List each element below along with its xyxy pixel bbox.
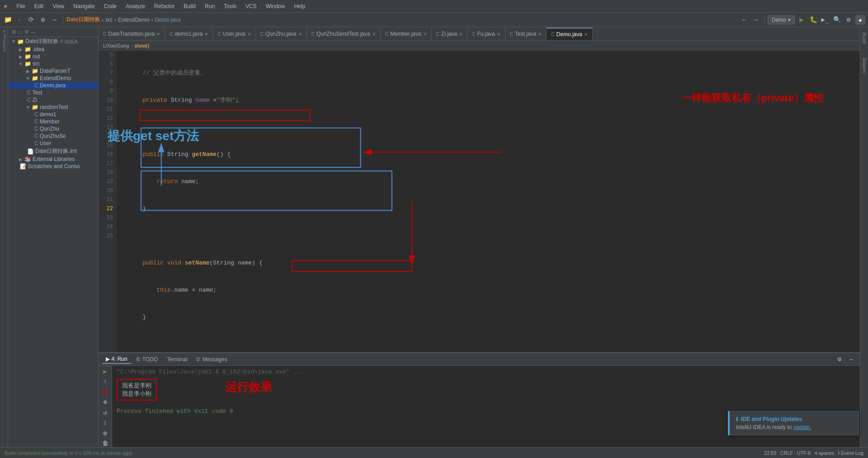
tree-demo1[interactable]: C demo1 [8, 111, 98, 118]
menu-view[interactable]: View [49, 2, 68, 10]
tree-scratches[interactable]: 📝 Scratches and Conso [8, 163, 98, 170]
run-command: "C:\Program Files\Java\jdk1.8.0_192\bin\… [117, 368, 855, 375]
tree-extenddemo[interactable]: ▼ 📁 ExtendDemo [8, 75, 98, 82]
tree-dateparser[interactable]: ▶ 📁 DateParserT [8, 67, 98, 75]
project-header-icon4[interactable]: — [31, 29, 36, 35]
code-editor[interactable]: 5 6 7 8 9 10 11 12 13 14 15 16 17 18 19 … [99, 51, 860, 352]
bottom-tab-messages[interactable]: 0: Messages [193, 355, 231, 364]
toolbar-separator1: › [102, 17, 104, 23]
run-button[interactable]: ▶ [797, 15, 807, 25]
tab-demo1[interactable]: C demo1.java ✕ [165, 28, 213, 40]
status-message: Build completed successfully in 3 s 329 … [5, 450, 132, 456]
tree-member[interactable]: C Member [8, 118, 98, 125]
search-everywhere-button[interactable]: 🔍 [832, 15, 842, 25]
status-bar: Build completed successfully in 3 s 329 … [0, 447, 868, 458]
tree-root-label: Date日期转换 [25, 38, 58, 45]
project-panel: ⊞ ↑↓ ⚙ — ▼ 📁 Date日期转换 F:\IDEA ▶ 📁 .idea [8, 27, 99, 447]
menu-run[interactable]: Run [201, 2, 218, 10]
menu-build[interactable]: Build [180, 2, 199, 10]
tree-demojava[interactable]: C Demo.java [8, 82, 98, 89]
coverage-button[interactable]: ▶̲ [820, 15, 830, 25]
status-position[interactable]: 22:55 [764, 450, 777, 456]
status-indent[interactable]: 4 spaces [814, 450, 834, 456]
tree-out[interactable]: ▶ 📁 out [8, 53, 98, 60]
right-icons: Build Maven [860, 27, 868, 447]
run-rerun-icon[interactable]: ↺ [100, 409, 110, 416]
breadcrumb-method[interactable]: show() [134, 43, 149, 48]
bottom-tab-run[interactable]: ▶ 4: Run [102, 355, 131, 364]
bottom-tab-terminal[interactable]: Terminal [163, 355, 191, 364]
toolbar-sync-icon[interactable]: ⟳ [26, 15, 36, 25]
run-stop-icon[interactable]: ■ [100, 388, 110, 396]
status-eventlog[interactable]: ℹ Event Log [838, 450, 863, 456]
tab-qunzhu[interactable]: C QunZhu.java ✕ [256, 28, 307, 40]
menu-vcs[interactable]: VCS [242, 2, 260, 10]
tab-zi[interactable]: C Zi.java ✕ [432, 28, 468, 40]
tree-root[interactable]: ▼ 📁 Date日期转换 F:\IDEA [8, 37, 98, 46]
toolbar-dash-icon[interactable]: — [50, 15, 60, 25]
status-linesep[interactable]: CRLF [780, 450, 793, 456]
menu-edit[interactable]: Edit [31, 2, 47, 10]
build-panel-icon[interactable]: Build [861, 30, 868, 46]
tree-zi[interactable]: C Zi [8, 96, 98, 104]
menu-navigate[interactable]: Navigate [70, 2, 98, 10]
toolbar-dot-icon[interactable]: · [14, 15, 24, 25]
toolbar-path-class: ExtendDemo [118, 17, 149, 23]
project-header-icon1[interactable]: ⊞ [12, 29, 16, 35]
tree-idea[interactable]: ▶ 📁 .idea [8, 46, 98, 53]
tree-user[interactable]: C User [8, 140, 98, 147]
tree-randomtest[interactable]: ▼ 📁 randomTest [8, 104, 98, 111]
menu-code[interactable]: Code [100, 2, 121, 10]
breadcrumb-class[interactable]: LiXiaoGang [103, 43, 129, 48]
run-scroll-icon[interactable]: ↕ [100, 419, 110, 427]
toolbar-folder-icon[interactable]: 📁 [3, 15, 13, 25]
menu-help[interactable]: Help [290, 2, 309, 10]
code-content[interactable]: // 父类中的成员变量。 private String name ="李刚"; … [124, 51, 860, 352]
menu-window[interactable]: Window [262, 2, 289, 10]
run-stop2-icon[interactable]: ⊗ [100, 398, 110, 406]
bottom-settings-icon[interactable]: ⚙ [835, 354, 844, 364]
tab-datetransition[interactable]: C DateTransition.java ✕ [99, 28, 165, 40]
run-output-box: 我爸是李刚 我是李小刚 [117, 379, 157, 401]
gutter-icons [117, 51, 124, 352]
toolbar-forward-icon[interactable]: → [751, 15, 761, 25]
tree-test[interactable]: C Test [8, 89, 98, 96]
notification-title: ℹ IDE and Plugin Updates [736, 416, 852, 422]
tree-qunzhuse[interactable]: C QunZhuSe [8, 132, 98, 140]
tree-extlibs[interactable]: ▶ 📚 External Libraries [8, 156, 98, 163]
run-config-selector[interactable]: Demo ▾ [768, 15, 795, 24]
project-header: ⊞ ↑↓ ⚙ — [8, 27, 98, 37]
bottom-tab-todo[interactable]: 6: TODO [133, 355, 162, 364]
project-header-icon3[interactable]: ⚙ [24, 29, 29, 35]
run-settings-icon[interactable]: ⚙ [100, 430, 110, 437]
tab-fu[interactable]: C Fu.java ✕ [467, 28, 505, 40]
tab-demo-active[interactable]: C Demo.java ✕ [547, 28, 593, 40]
debug-button[interactable]: 🐛 [808, 15, 818, 25]
run-trash-icon[interactable]: 🗑 [100, 440, 110, 448]
notification-body: IntelliJ IDEA is ready to update. [736, 424, 852, 430]
toolbar-back-icon[interactable]: ← [739, 15, 749, 25]
tab-member[interactable]: C Member.java ✕ [381, 28, 432, 40]
menu-tools[interactable]: Tools [220, 2, 240, 10]
menu-refactor[interactable]: Refactor [151, 2, 178, 10]
tab-testjava[interactable]: C Test.java ✕ [505, 28, 547, 40]
bottom-close-icon[interactable]: — [846, 354, 856, 364]
tree-src[interactable]: ▼ 📁 src [8, 60, 98, 67]
settings-main-button[interactable]: ⚙ [844, 15, 854, 25]
tab-qunzhusendtest[interactable]: C QunZhuSendTest.java ✕ [307, 28, 381, 40]
run-up-icon[interactable]: ↑ [100, 378, 110, 386]
tree-qunzhu[interactable]: C QunZhu [8, 125, 98, 132]
breadcrumb: LiXiaoGang › show() [99, 41, 860, 51]
project-header-icon2[interactable]: ↑↓ [18, 29, 23, 35]
notification-link[interactable]: update. [793, 424, 811, 430]
tree-iml[interactable]: 📄 Date日期转换.iml [8, 147, 98, 156]
maven-icon[interactable]: Maven [861, 55, 868, 76]
tab-user[interactable]: C User.java ✕ [213, 28, 255, 40]
menu-file[interactable]: File [13, 2, 28, 10]
project-icon[interactable]: 1:Project [2, 30, 6, 52]
run-play-icon[interactable]: ▶ [100, 368, 110, 375]
menu-analyze[interactable]: Analyze [122, 2, 149, 10]
status-encoding[interactable]: UTF-8 [797, 450, 811, 456]
toolbar-settings-icon[interactable]: ⚙ [38, 15, 48, 25]
more-tools-button[interactable]: ✦ [855, 15, 865, 25]
